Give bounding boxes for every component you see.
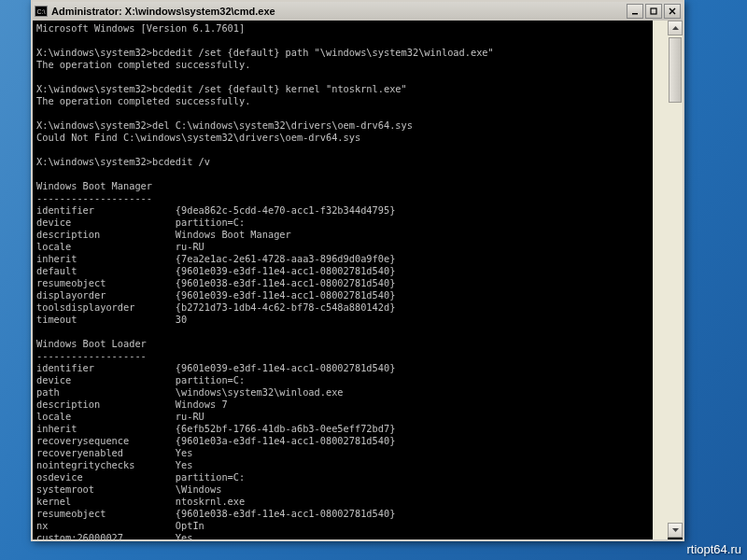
- bl-identifier: identifier {9601e039-e3df-11e4-acc1-0800…: [36, 362, 395, 373]
- maximize-button[interactable]: [645, 4, 662, 19]
- cmd-window: C:\ Administrator: X:\windows\system32\c…: [31, 0, 684, 541]
- chevron-down-icon: [672, 528, 679, 532]
- close-button[interactable]: [664, 4, 681, 19]
- chevron-up-icon: [672, 26, 679, 30]
- watermark: rtiopt64.ru: [686, 542, 741, 556]
- section-boot-loader: Windows Boot Loader: [36, 338, 147, 349]
- bm-default: default {9601e039-e3df-11e4-acc1-0800278…: [36, 265, 395, 276]
- cmd1-result: The operation completed successfully.: [36, 59, 250, 70]
- rule: -------------------: [36, 350, 147, 361]
- window-title: Administrator: X:\windows\system32\cmd.e…: [51, 6, 627, 17]
- bm-locale: locale ru-RU: [36, 241, 204, 252]
- prompt: X:\windows\system32>: [36, 156, 152, 167]
- bm-timeout: timeout 30: [36, 314, 187, 325]
- scroll-up-button[interactable]: [668, 21, 683, 35]
- prompt: X:\windows\system32>: [36, 119, 152, 131]
- bl-kernel: kernel ntoskrnl.exe: [36, 496, 245, 507]
- close-icon: [669, 7, 676, 15]
- cmd3: del C:\windows\system32\drivers\oem-drv6…: [152, 119, 413, 131]
- console-output[interactable]: Microsoft Windows [Version 6.1.7601] X:\…: [33, 21, 668, 539]
- cmd3-result: Could Not Find C:\windows\system32\drive…: [36, 132, 360, 143]
- window-controls: [627, 4, 681, 19]
- cmd4: bcdedit /v: [152, 156, 210, 167]
- bm-device: device partition=C:: [36, 217, 245, 228]
- cmd2-result: The operation completed successfully.: [36, 95, 250, 106]
- bm-toolsdisplayorder: toolsdisplayorder {b2721d73-1db4-4c62-bf…: [36, 301, 395, 313]
- bl-device: device partition=C:: [36, 374, 245, 385]
- bl-resumeobject: resumeobject {9601e038-e3df-11e4-acc1-08…: [36, 508, 395, 519]
- bl-recoverysequence: recoverysequence {9601e03a-e3df-11e4-acc…: [36, 435, 395, 446]
- rule: --------------------: [36, 192, 152, 203]
- bl-path: path \windows\system32\winload.exe: [36, 386, 344, 398]
- bm-resumeobject: resumeobject {9601e038-e3df-11e4-acc1-08…: [36, 277, 395, 288]
- bl-nointegritychecks: nointegritychecks Yes: [36, 459, 192, 470]
- prompt: X:\windows\system32>: [36, 83, 152, 94]
- section-boot-manager: Windows Boot Manager: [36, 180, 152, 191]
- svg-rect-1: [651, 8, 656, 14]
- bm-displayorder: displayorder {9601e039-e3df-11e4-acc1-08…: [36, 289, 395, 301]
- prompt: X:\windows\system32>: [36, 47, 152, 58]
- minimize-button[interactable]: [627, 4, 643, 19]
- scroll-down-button[interactable]: [668, 523, 683, 538]
- bl-description: description Windows 7: [36, 399, 228, 410]
- bl-locale: locale ru-RU: [36, 411, 204, 422]
- scroll-thumb[interactable]: [669, 37, 682, 103]
- bm-inherit: inherit {7ea2e1ac-2e61-4728-aaa3-896d9d0…: [36, 253, 395, 264]
- bl-inherit: inherit {6efb52bf-1766-41db-a6b3-0ee5eff…: [36, 423, 395, 434]
- cmd1: bcdedit /set {default} path "\windows\sy…: [152, 47, 494, 58]
- cmd2: bcdedit /set {default} kernel "ntoskrnl.…: [152, 83, 407, 94]
- titlebar[interactable]: C:\ Administrator: X:\windows\system32\c…: [33, 2, 683, 21]
- scrollbar[interactable]: [668, 21, 683, 538]
- bl-custom: custom:26000027 Yes: [36, 532, 192, 539]
- svg-rect-0: [632, 13, 638, 15]
- minimize-icon: [631, 7, 639, 15]
- bl-recoveryenabled: recoveryenabled Yes: [36, 447, 192, 458]
- bl-osdevice: osdevice partition=C:: [36, 471, 245, 483]
- bm-description: description Windows Boot Manager: [36, 229, 291, 240]
- maximize-icon: [650, 7, 657, 15]
- version-line: Microsoft Windows [Version 6.1.7601]: [36, 22, 245, 34]
- cmd-icon-text: C:\: [37, 8, 46, 15]
- cmd-icon: C:\: [35, 6, 48, 17]
- bl-nx: nx OptIn: [36, 520, 204, 531]
- bl-systemroot: systemroot \Windows: [36, 483, 221, 495]
- bm-identifier: identifier {9dea862c-5cdd-4e70-acc1-f32b…: [36, 204, 395, 216]
